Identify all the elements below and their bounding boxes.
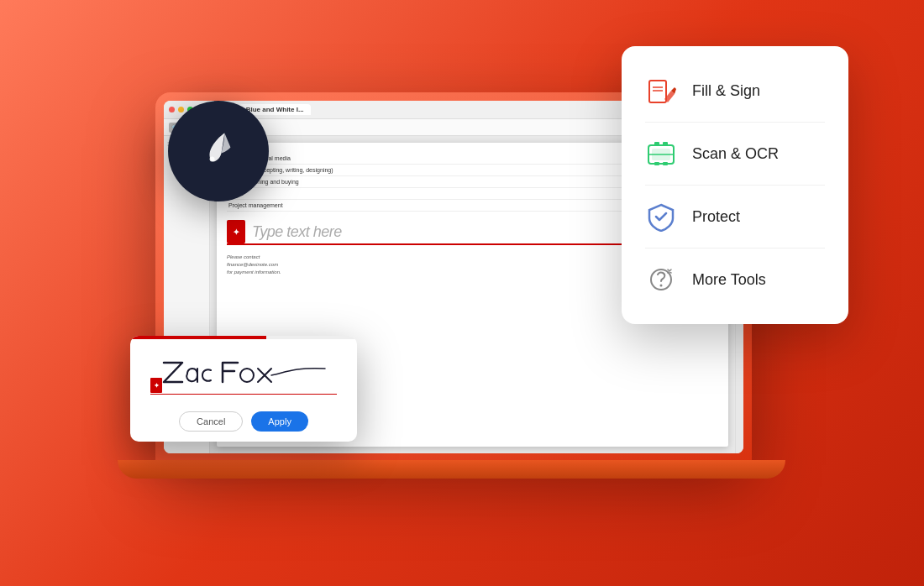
menu-item-protect[interactable]: Protect: [622, 189, 848, 244]
svg-rect-9: [654, 162, 659, 165]
pdf-contact-info: Please contactfinance@dexinote.comfor pa…: [227, 254, 281, 308]
svg-rect-10: [663, 162, 668, 165]
app-icon-circle: [168, 101, 269, 201]
fill-sign-icon: [645, 75, 677, 107]
fill-sign-label: Fill & Sign: [692, 82, 760, 100]
sig-buttons: Cancel Apply: [140, 411, 347, 432]
laptop-base: [118, 460, 785, 479]
adobe-badge: ✦: [227, 220, 245, 243]
signature-dialog: ✦ Cancel: [130, 336, 357, 442]
app-icon-symbol: [192, 121, 245, 181]
window-close-dot[interactable]: [169, 107, 175, 112]
menu-item-more-tools[interactable]: More Tools: [622, 252, 848, 307]
svg-point-12: [660, 285, 663, 287]
sig-canvas[interactable]: ✦: [140, 346, 347, 405]
menu-item-fill-sign[interactable]: Fill & Sign: [622, 63, 848, 118]
svg-point-13: [240, 369, 254, 382]
sig-body: ✦ Cancel: [130, 339, 357, 442]
menu-divider-3: [645, 248, 825, 249]
more-tools-icon: [645, 264, 677, 296]
signature-svg: [157, 350, 342, 396]
scan-ocr-label: Scan & OCR: [692, 145, 779, 163]
sig-underline: [150, 394, 337, 395]
svg-rect-8: [663, 142, 668, 145]
cancel-button[interactable]: Cancel: [179, 411, 243, 432]
menu-divider-2: [645, 185, 825, 186]
menu-item-scan-ocr[interactable]: Scan & OCR: [622, 126, 848, 181]
window-minimize-dot[interactable]: [178, 107, 184, 112]
menu-divider-1: [645, 122, 825, 123]
protect-icon: [645, 201, 677, 233]
apply-button[interactable]: Apply: [251, 411, 308, 432]
type-text-placeholder: Type text here: [252, 223, 342, 241]
svg-rect-1: [649, 81, 666, 102]
more-tools-label: More Tools: [692, 271, 766, 289]
dropdown-menu: Fill & Sign Scan & OCR Protect: [622, 46, 848, 324]
scan-ocr-icon: [645, 138, 677, 170]
protect-label: Protect: [692, 208, 740, 226]
svg-rect-7: [654, 142, 659, 145]
